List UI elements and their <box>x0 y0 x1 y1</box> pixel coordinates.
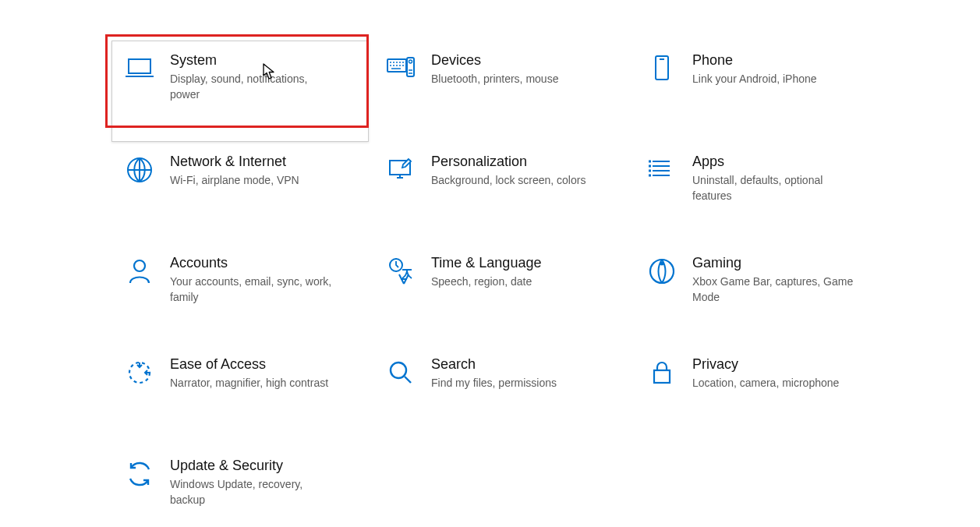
lock-icon <box>642 355 682 388</box>
tile-title: Apps <box>692 152 856 171</box>
tile-description: Location, camera, microphone <box>692 375 839 391</box>
tile-title: Personalization <box>431 152 586 171</box>
tile-description: Windows Update, recovery, backup <box>170 476 334 508</box>
settings-tile-privacy[interactable]: PrivacyLocation, camera, microphone <box>634 345 891 446</box>
accessibility-icon <box>119 355 160 388</box>
keyboard-icon <box>380 51 421 84</box>
settings-tile-personalization[interactable]: PersonalizationBackground, lock screen, … <box>373 142 630 243</box>
tile-description: Find my files, permissions <box>431 375 557 391</box>
tile-description: Speech, region, date <box>431 274 541 289</box>
apps-icon <box>642 152 682 186</box>
tile-title: Accounts <box>170 253 334 272</box>
settings-tile-gaming[interactable]: GamingXbox Game Bar, captures, Game Mode <box>634 243 891 345</box>
settings-tile-update-security[interactable]: Update & SecurityWindows Update, recover… <box>111 446 369 527</box>
settings-tile-phone[interactable]: PhoneLink your Android, iPhone <box>634 41 891 142</box>
tile-title: System <box>170 51 334 69</box>
tile-title: Devices <box>431 51 558 69</box>
person-icon <box>119 253 160 287</box>
settings-tile-network[interactable]: Network & InternetWi-Fi, airplane mode, … <box>111 142 369 243</box>
globe-icon <box>119 152 160 186</box>
settings-tile-devices[interactable]: DevicesBluetooth, printers, mouse <box>373 41 630 142</box>
tile-description: Narrator, magnifier, high contrast <box>170 375 328 391</box>
tile-description: Background, lock screen, colors <box>431 172 586 188</box>
tile-title: Phone <box>692 51 817 69</box>
gaming-icon <box>642 253 682 287</box>
tile-description: Wi-Fi, airplane mode, VPN <box>170 172 299 188</box>
phone-icon <box>642 51 682 84</box>
tile-title: Network & Internet <box>170 152 299 171</box>
settings-tile-apps[interactable]: AppsUninstall, defaults, optional featur… <box>634 142 891 243</box>
settings-tile-search[interactable]: SearchFind my files, permissions <box>373 345 630 446</box>
tile-title: Time & Language <box>431 253 541 272</box>
settings-tile-ease-of-access[interactable]: Ease of AccessNarrator, magnifier, high … <box>111 345 369 446</box>
settings-tile-system[interactable]: SystemDisplay, sound, notifications, pow… <box>111 41 369 142</box>
search-icon <box>380 355 421 388</box>
tile-description: Uninstall, defaults, optional features <box>692 172 856 203</box>
update-icon <box>119 456 160 490</box>
tile-title: Gaming <box>692 253 856 272</box>
tile-description: Bluetooth, printers, mouse <box>431 71 558 87</box>
tile-description: Your accounts, email, sync, work, family <box>170 274 334 305</box>
tile-description: Xbox Game Bar, captures, Game Mode <box>692 274 856 305</box>
settings-tile-time-language[interactable]: Time & LanguageSpeech, region, date <box>373 243 630 345</box>
tile-title: Ease of Access <box>170 355 328 373</box>
tile-title: Privacy <box>692 355 839 373</box>
personalize-icon <box>380 152 421 186</box>
tile-description: Link your Android, iPhone <box>692 71 817 87</box>
time-language-icon <box>380 253 421 287</box>
laptop-icon <box>119 51 160 84</box>
settings-tile-accounts[interactable]: AccountsYour accounts, email, sync, work… <box>111 243 369 345</box>
tile-title: Search <box>431 355 557 373</box>
tile-description: Display, sound, notifications, power <box>170 71 334 102</box>
tile-title: Update & Security <box>170 456 334 475</box>
